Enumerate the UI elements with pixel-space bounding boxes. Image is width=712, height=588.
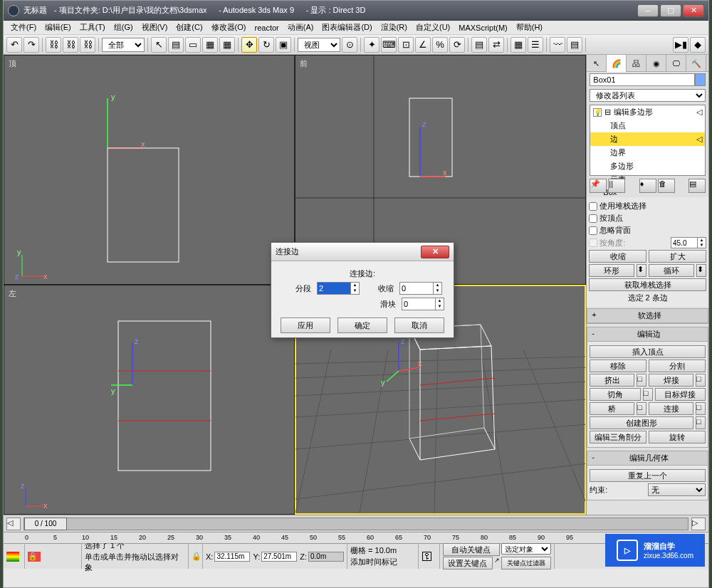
menu-tools[interactable]: 工具(T) bbox=[75, 21, 110, 34]
split-button[interactable]: 分割 bbox=[649, 359, 706, 372]
key-filter-button[interactable]: 关键点过滤器 bbox=[501, 557, 551, 569]
add-time-tag[interactable]: 添加时间标记 bbox=[350, 557, 415, 567]
object-name-input[interactable] bbox=[590, 73, 695, 86]
percent-snap-button[interactable]: % bbox=[432, 37, 448, 53]
bridge-button[interactable]: 桥 bbox=[590, 402, 634, 415]
remove-button[interactable]: 移除 bbox=[590, 359, 646, 372]
get-stack-button[interactable]: 获取堆栈选择 bbox=[589, 278, 706, 291]
configure-button[interactable]: ▤ bbox=[689, 179, 706, 193]
time-prev-button[interactable]: ◁ bbox=[6, 518, 21, 530]
weld-settings[interactable]: □ bbox=[696, 374, 706, 387]
time-handle[interactable]: 0 / 100 bbox=[24, 518, 67, 530]
modifier-stack[interactable]: 💡⊟编辑多边形◁ 顶点 边◁ 边界 多边形 元素 Box bbox=[590, 105, 706, 176]
key-target-dropdown[interactable]: 选定对象 bbox=[501, 543, 551, 555]
schematic-button[interactable]: ▤ bbox=[567, 37, 582, 53]
menu-views[interactable]: 视图(V) bbox=[137, 21, 172, 34]
repeat-last-button[interactable]: 重复上一个 bbox=[590, 469, 706, 482]
lock-icon[interactable]: 🔒 bbox=[28, 552, 41, 562]
menu-reactor[interactable]: reactor bbox=[251, 22, 283, 33]
stack-vertex[interactable]: 顶点 bbox=[590, 119, 705, 132]
ring-button[interactable]: 环形 bbox=[589, 264, 634, 277]
menu-help[interactable]: 帮助(H) bbox=[512, 21, 547, 34]
undo-button[interactable]: ↶ bbox=[6, 37, 22, 53]
stack-edge[interactable]: 边◁ bbox=[590, 132, 705, 146]
render-button[interactable]: ◆ bbox=[690, 37, 706, 53]
rotate-button[interactable]: ↻ bbox=[258, 37, 274, 53]
constrain-dropdown[interactable]: 无 bbox=[648, 483, 706, 496]
select-button[interactable]: ↖ bbox=[151, 37, 167, 53]
script-icon[interactable] bbox=[6, 552, 19, 562]
motion-tab[interactable]: ◉ bbox=[646, 55, 666, 72]
use-stack-checkbox[interactable] bbox=[589, 202, 597, 211]
show-end-button[interactable]: || bbox=[608, 179, 625, 193]
rotate-button2[interactable]: 旋转 bbox=[649, 431, 706, 443]
dialog-close-button[interactable]: ✕ bbox=[421, 246, 449, 258]
set-key-button[interactable]: 设置关键点 bbox=[443, 557, 493, 569]
x-coord[interactable]: X: bbox=[206, 552, 250, 562]
layers-button[interactable]: ☰ bbox=[528, 37, 543, 53]
loop-button[interactable]: 循环 bbox=[649, 264, 694, 277]
link-button[interactable]: ⛓ bbox=[46, 37, 61, 53]
angle-snap-button[interactable]: ∠ bbox=[415, 37, 431, 53]
bind-button[interactable]: ⛓ bbox=[80, 37, 95, 53]
create-shape-button[interactable]: 创建图形 bbox=[590, 416, 693, 429]
selection-filter-dropdown[interactable]: 全部 bbox=[102, 38, 145, 52]
pinch-spinner[interactable]: ▲▼ bbox=[399, 282, 442, 295]
pin-stack-button[interactable]: 📌 bbox=[590, 179, 607, 193]
display-tab[interactable]: 🖵 bbox=[666, 55, 686, 72]
create-shape-settings[interactable]: □ bbox=[696, 416, 706, 429]
stack-border[interactable]: 边界 bbox=[590, 146, 705, 159]
ref-coord-dropdown[interactable]: 视图 bbox=[298, 38, 340, 52]
loop-spinner[interactable]: ⬍ bbox=[696, 264, 706, 277]
close-button[interactable]: ✕ bbox=[683, 4, 704, 17]
time-next-button[interactable]: ▷ bbox=[691, 518, 706, 530]
extrude-settings[interactable]: □ bbox=[637, 374, 646, 387]
scale-button[interactable]: ▣ bbox=[276, 37, 291, 53]
align-button[interactable]: ▦ bbox=[511, 37, 526, 53]
pivot-button[interactable]: ⊙ bbox=[342, 37, 357, 53]
redo-button[interactable]: ↷ bbox=[23, 37, 39, 53]
y-coord[interactable]: Y: bbox=[253, 552, 297, 562]
modifier-list-dropdown[interactable]: 修改器列表 bbox=[590, 89, 706, 102]
make-unique-button[interactable]: ♦ bbox=[639, 179, 656, 193]
cancel-button[interactable]: 取消 bbox=[394, 317, 444, 333]
connect-settings[interactable]: □ bbox=[696, 402, 706, 415]
create-tab[interactable]: ↖ bbox=[587, 55, 607, 72]
key-icon[interactable]: ⚿ bbox=[422, 550, 436, 563]
angle-spinner[interactable]: ▲▼ bbox=[671, 237, 706, 248]
named-sets-button[interactable]: ▤ bbox=[471, 37, 487, 53]
ring-spinner[interactable]: ⬍ bbox=[637, 264, 646, 277]
connect-button[interactable]: 连接 bbox=[649, 402, 693, 415]
soft-selection-rollout[interactable]: +软选择 bbox=[587, 309, 708, 323]
manipulate-button[interactable]: ✦ bbox=[364, 37, 379, 53]
curve-editor-button[interactable]: 〰 bbox=[550, 37, 565, 53]
snap-button[interactable]: ⊡ bbox=[398, 37, 414, 53]
menu-graph[interactable]: 图表编辑器(D) bbox=[318, 21, 376, 34]
viewport-left[interactable]: 左 z y z x bbox=[4, 285, 295, 515]
grow-button[interactable]: 扩大 bbox=[649, 250, 706, 263]
ok-button[interactable]: 确定 bbox=[337, 317, 387, 333]
minimize-button[interactable]: ─ bbox=[637, 4, 659, 17]
menu-edit[interactable]: 编辑(E) bbox=[41, 21, 75, 34]
stack-toggle-icon[interactable]: 💡 bbox=[593, 108, 602, 117]
mirror-button[interactable]: ⇄ bbox=[488, 37, 504, 53]
insert-vertex-button[interactable]: 插入顶点 bbox=[590, 345, 706, 358]
extrude-button[interactable]: 挤出 bbox=[590, 374, 634, 387]
object-color-swatch[interactable] bbox=[695, 73, 706, 86]
hierarchy-tab[interactable]: 品 bbox=[627, 55, 646, 72]
utilities-tab[interactable]: 🔨 bbox=[686, 55, 706, 72]
select-rect-button[interactable]: ▭ bbox=[185, 37, 201, 53]
keyshort-button[interactable]: ⌨ bbox=[381, 37, 397, 53]
menu-group[interactable]: 组(G) bbox=[110, 21, 137, 34]
by-vertex-checkbox[interactable] bbox=[589, 214, 597, 223]
edit-tri-button[interactable]: 编辑三角剖分 bbox=[590, 431, 646, 443]
ignore-back-checkbox[interactable] bbox=[589, 226, 597, 235]
move-button[interactable]: ✥ bbox=[241, 37, 257, 53]
menu-render[interactable]: 渲染(R) bbox=[377, 21, 412, 34]
auto-key-button[interactable]: 自动关键点 bbox=[443, 543, 500, 556]
stack-polygon[interactable]: 多边形 bbox=[590, 159, 705, 173]
target-weld-button[interactable]: 目标焊接 bbox=[655, 388, 706, 401]
chamfer-button[interactable]: 切角 bbox=[590, 388, 640, 401]
apply-button[interactable]: 应用 bbox=[281, 317, 330, 333]
remove-mod-button[interactable]: 🗑 bbox=[658, 179, 675, 193]
